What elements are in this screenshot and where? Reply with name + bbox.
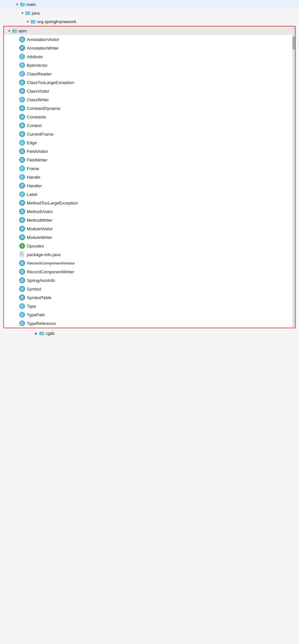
class-icon-Edge: C bbox=[19, 140, 25, 146]
tree-row-Label[interactable]: C Label bbox=[4, 190, 295, 199]
arrow-cglib[interactable] bbox=[34, 331, 39, 336]
tree-row-Context[interactable]: C Context bbox=[4, 121, 295, 130]
class-icon-ClassVisitor: C bbox=[19, 88, 25, 94]
tree-row-AnnotationWriter[interactable]: C 🔒 AnnotationWriter bbox=[4, 44, 295, 52]
tree-row-TypeReference[interactable]: C TypeReference bbox=[4, 319, 295, 328]
label-TypePath: TypePath bbox=[27, 312, 45, 317]
class-icon-ModuleVisitor: C bbox=[19, 226, 25, 232]
svg-rect-10 bbox=[20, 252, 22, 253]
org-label: org.springframework bbox=[37, 19, 76, 24]
label-AnnotationWriter: AnnotationWriter bbox=[27, 46, 59, 51]
tree-row-package-info[interactable]: package-info.java bbox=[4, 250, 295, 259]
label-SpringAsmInfo: SpringAsmInfo bbox=[27, 278, 55, 283]
label-Handle: Handle bbox=[27, 175, 40, 180]
tree-row-SymbolTable[interactable]: C SymbolTable bbox=[4, 293, 295, 302]
asm-label: asm bbox=[19, 28, 27, 33]
folder-icon-main bbox=[20, 2, 25, 7]
arrow-org[interactable] bbox=[25, 19, 30, 24]
tree-row-Handle[interactable]: C Handle bbox=[4, 173, 295, 181]
tree-row-asm[interactable]: asm bbox=[4, 26, 295, 35]
tree-row-RecordComponentWriter[interactable]: C RecordComponentWriter bbox=[4, 267, 295, 276]
tree-row-ByteVector[interactable]: C ByteVector bbox=[4, 61, 295, 69]
tree-row-AnnotationVisitor[interactable]: C AnnotationVisitor bbox=[4, 35, 295, 44]
label-Attribute: Attribute bbox=[27, 54, 43, 59]
class-icon-FieldVisitor: C bbox=[19, 148, 25, 154]
tree-row-Opcodes[interactable]: I Opcodes bbox=[4, 242, 295, 250]
tree-row-FieldWriter[interactable]: C FieldWriter bbox=[4, 156, 295, 164]
tree-row-RecordComponentVisitor[interactable]: C RecordComponentVisitor bbox=[4, 259, 295, 267]
tree-row-Frame[interactable]: C Frame bbox=[4, 164, 295, 173]
tree-row-Constants[interactable]: C Constants bbox=[4, 113, 295, 121]
label-TypeReference: TypeReference bbox=[27, 321, 56, 326]
folder-icon-org bbox=[30, 19, 36, 24]
class-icon-Frame: C bbox=[19, 165, 25, 171]
tree-row-Edge[interactable]: C Edge bbox=[4, 138, 295, 147]
class-icon-Attribute: C bbox=[19, 54, 25, 60]
tree-row-ModuleWriter[interactable]: C ModuleWriter bbox=[4, 233, 295, 242]
label-Label: Label bbox=[27, 192, 37, 197]
main-label: main bbox=[26, 2, 36, 7]
class-icon-ModuleWriter: C bbox=[19, 234, 25, 240]
class-icon-Context: C bbox=[19, 122, 25, 128]
svg-rect-6 bbox=[31, 20, 33, 21]
tree-row-ConstantDynamic[interactable]: C ConstantDynamic bbox=[4, 104, 295, 113]
class-icon-Handle: C bbox=[19, 174, 25, 180]
tree-row-MethodVisitor[interactable]: C MethodVisitor bbox=[4, 207, 295, 216]
tree-row-Type[interactable]: C Type bbox=[4, 302, 295, 310]
label-ModuleWriter: ModuleWriter bbox=[27, 235, 52, 240]
tree-row-SpringAsmInfo[interactable]: C SpringAsmInfo bbox=[4, 276, 295, 285]
class-icon-Symbol: C bbox=[19, 286, 25, 292]
tree-row-java[interactable]: java bbox=[0, 9, 299, 17]
class-icon-TypeReference: C bbox=[19, 320, 25, 326]
class-icon-AnnotationVisitor: C bbox=[19, 36, 25, 42]
pkg-icon-package-info bbox=[19, 252, 25, 257]
label-Type: Type bbox=[27, 304, 36, 309]
tree-row-CurrentFrame[interactable]: C CurrentFrame bbox=[4, 130, 295, 138]
class-icon-CurrentFrame: C bbox=[19, 131, 25, 137]
tree-row-TypePath[interactable]: C TypePath bbox=[4, 310, 295, 319]
class-icon-Type: C bbox=[19, 303, 25, 309]
tree-row-ClassWriter[interactable]: C ClassWriter bbox=[4, 95, 295, 104]
tree-row-org[interactable]: org.springframework bbox=[0, 17, 299, 26]
arrow-java[interactable] bbox=[20, 10, 25, 16]
class-icon-SpringAsmInfo: C bbox=[19, 277, 25, 283]
tree-row-ClassVisitor[interactable]: C ClassVisitor bbox=[4, 87, 295, 95]
label-Opcodes: Opcodes bbox=[27, 244, 44, 249]
class-icon-RecordComponentWriter: C bbox=[19, 269, 25, 275]
class-icon-ClassReader: C bbox=[19, 71, 25, 77]
folder-icon-asm bbox=[12, 28, 17, 33]
label-Edge: Edge bbox=[27, 140, 37, 145]
label-Symbol: Symbol bbox=[27, 287, 41, 292]
tree-row-Handler[interactable]: C Handler bbox=[4, 181, 295, 190]
label-MethodTooLargeException: MethodTooLargeException bbox=[27, 201, 78, 206]
tree-row-Symbol[interactable]: C Symbol bbox=[4, 285, 295, 293]
label-ClassWriter: ClassWriter bbox=[27, 97, 49, 102]
tree-row-cglib[interactable]: cglib bbox=[0, 329, 299, 338]
tree-row-Attribute[interactable]: C Attribute bbox=[4, 52, 295, 61]
scrollbar-thumb[interactable] bbox=[292, 36, 295, 50]
tree-row-ClassReader[interactable]: C ClassReader bbox=[4, 69, 295, 78]
tree-row-ClassTooLargeException[interactable]: C ClassTooLargeException bbox=[4, 78, 295, 87]
label-Handler: Handler bbox=[27, 183, 42, 188]
tree-row-ModuleVisitor[interactable]: C ModuleVisitor bbox=[4, 224, 295, 233]
java-label: java bbox=[32, 11, 40, 16]
tree-row-MethodWriter[interactable]: C MethodWriter bbox=[4, 216, 295, 224]
label-ClassVisitor: ClassVisitor bbox=[27, 89, 49, 94]
label-ClassReader: ClassReader bbox=[27, 71, 52, 76]
class-icon-TypePath: C bbox=[19, 312, 25, 318]
scrollbar-track[interactable] bbox=[292, 26, 295, 328]
class-icon-ClassWriter: C bbox=[19, 97, 25, 103]
label-SymbolTable: SymbolTable bbox=[27, 295, 51, 300]
class-icon-MethodTooLargeException: C bbox=[19, 200, 25, 206]
class-icon-ConstantDynamic: C bbox=[19, 105, 25, 111]
label-AnnotationVisitor: AnnotationVisitor bbox=[27, 37, 59, 42]
class-icon-Constants: C bbox=[19, 114, 25, 120]
arrow-main[interactable] bbox=[15, 2, 20, 7]
tree-row-MethodTooLargeException[interactable]: C MethodTooLargeException bbox=[4, 199, 295, 207]
cglib-label: cglib bbox=[46, 331, 55, 336]
label-Frame: Frame bbox=[27, 166, 39, 171]
class-icon-Handler: C bbox=[19, 183, 25, 189]
tree-row-main[interactable]: main bbox=[0, 0, 299, 9]
tree-row-FieldVisitor[interactable]: C FieldVisitor bbox=[4, 147, 295, 156]
arrow-asm[interactable] bbox=[7, 28, 12, 33]
